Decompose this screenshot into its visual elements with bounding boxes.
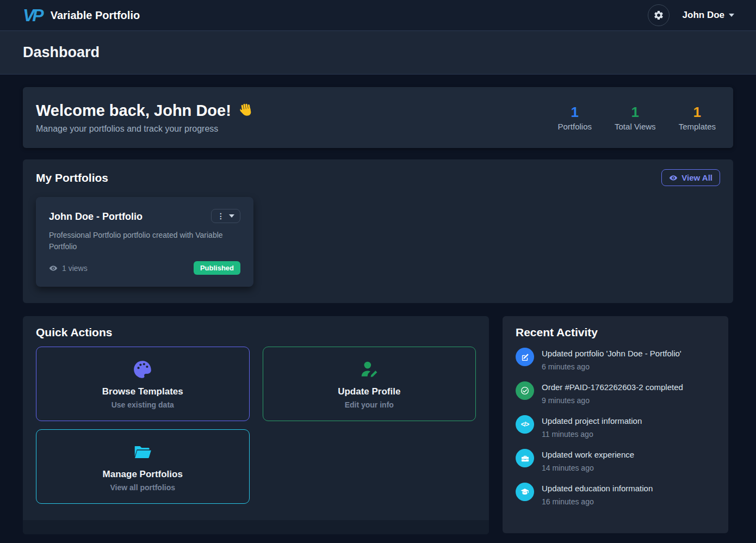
app-logo-icon: VP — [23, 7, 45, 24]
activity-time: 6 minutes ago — [542, 362, 681, 371]
user-name: John Doe — [683, 10, 724, 21]
recent-activity-title: Recent Activity — [516, 326, 715, 339]
portfolio-title: John Doe - Portfolio — [49, 209, 142, 223]
activity-list: Updated portfolio 'John Doe - Portfolio'… — [516, 348, 715, 506]
page-title: Dashboard — [23, 44, 100, 61]
welcome-subtitle: Manage your portfolios and track your pr… — [36, 124, 254, 134]
stat-templates: 1 Templates — [679, 104, 716, 131]
person-edit-icon — [359, 359, 380, 380]
view-all-button[interactable]: View All — [661, 169, 720, 186]
briefcase-icon — [516, 449, 534, 467]
activity-text: Updated project information — [542, 415, 642, 425]
page-header: Dashboard — [0, 31, 756, 75]
eye-icon — [669, 174, 678, 182]
code-icon: </> — [516, 415, 534, 434]
stat-total-views-value: 1 — [615, 104, 656, 121]
portfolio-views: 1 views — [49, 264, 88, 273]
folder-open-icon — [132, 442, 153, 462]
brand-name: Variable Portfolio — [51, 9, 140, 22]
palette-icon — [132, 359, 153, 380]
activity-time: 14 minutes ago — [542, 464, 634, 472]
navbar-right: John Doe — [648, 4, 734, 26]
gear-icon — [653, 10, 664, 21]
manage-portfolios-label: Manage Portfolios — [103, 469, 183, 480]
chevron-down-icon — [229, 214, 234, 218]
welcome-title: Welcome back, John Doe! — [36, 102, 231, 120]
stat-total-views-label: Total Views — [615, 122, 656, 131]
quick-actions-title: Quick Actions — [23, 326, 489, 339]
update-profile-sublabel: Edit your info — [345, 400, 394, 409]
eye-icon — [49, 264, 58, 273]
activity-time: 16 minutes ago — [542, 497, 653, 506]
stat-portfolios-label: Portfolios — [558, 122, 592, 131]
stat-templates-value: 1 — [679, 104, 716, 121]
activity-item: Updated education information 16 minutes… — [516, 483, 715, 506]
my-portfolios-panel: My Portfolios View All John Doe - Portfo… — [23, 159, 733, 303]
update-profile-button[interactable]: Update Profile Edit your info — [263, 347, 476, 421]
activity-item: Updated work experience 14 minutes ago — [516, 449, 715, 472]
main-content: Welcome back, John Doe! Manage your port… — [0, 75, 756, 534]
stat-templates-label: Templates — [679, 122, 716, 131]
chevron-down-icon — [729, 14, 734, 17]
activity-item: </> Updated project information 11 minut… — [516, 415, 715, 439]
graduation-cap-icon — [516, 483, 534, 501]
browse-templates-sublabel: Use existing data — [111, 400, 174, 409]
portfolio-card[interactable]: John Doe - Portfolio ⋮ Professional Port… — [36, 197, 253, 287]
navbar: VP Variable Portfolio John Doe — [0, 0, 756, 31]
quick-actions-grid: Browse Templates Use existing data Updat… — [23, 339, 489, 504]
brand[interactable]: VP Variable Portfolio — [23, 7, 140, 24]
stat-portfolios-value: 1 — [558, 104, 592, 121]
stats-row: 1 Portfolios 1 Total Views 1 Templates — [558, 104, 716, 131]
manage-portfolios-sublabel: View all portfolios — [110, 483, 175, 492]
activity-text: Order #PAID-1762262603-2 completed — [542, 381, 683, 392]
portfolio-menu-button[interactable]: ⋮ — [211, 209, 240, 223]
waving-hand-icon — [236, 101, 255, 120]
activity-time: 9 minutes ago — [542, 396, 683, 405]
status-badge: Published — [194, 261, 240, 275]
stat-total-views: 1 Total Views — [615, 104, 656, 131]
activity-text: Updated education information — [542, 483, 653, 493]
activity-text: Updated portfolio 'John Doe - Portfolio' — [542, 348, 681, 358]
my-portfolios-title: My Portfolios — [36, 171, 108, 184]
pencil-square-icon — [516, 348, 534, 366]
activity-time: 11 minutes ago — [542, 430, 642, 439]
kebab-icon: ⋮ — [217, 212, 225, 220]
manage-portfolios-button[interactable]: Manage Portfolios View all portfolios — [36, 429, 250, 504]
update-profile-label: Update Profile — [338, 386, 400, 397]
activity-item: Order #PAID-1762262603-2 completed 9 min… — [516, 381, 715, 405]
recent-activity-panel: Recent Activity Updated portfolio 'John … — [503, 316, 728, 533]
browse-templates-label: Browse Templates — [102, 386, 183, 397]
settings-button[interactable] — [648, 4, 670, 26]
activity-text: Updated work experience — [542, 449, 634, 459]
user-menu[interactable]: John Doe — [683, 10, 734, 21]
view-all-label: View All — [681, 173, 712, 182]
welcome-text: Welcome back, John Doe! Manage your port… — [36, 102, 254, 134]
browse-templates-button[interactable]: Browse Templates Use existing data — [36, 347, 250, 421]
activity-item: Updated portfolio 'John Doe - Portfolio'… — [516, 348, 715, 371]
quick-actions-footer — [23, 520, 489, 534]
check-circle-icon — [516, 381, 534, 400]
quick-actions-panel: Quick Actions Browse Templates Use exist… — [23, 316, 489, 534]
stat-portfolios: 1 Portfolios — [558, 104, 592, 131]
views-count: 1 views — [62, 264, 88, 273]
portfolio-description: Professional Portfolio portfolio created… — [49, 230, 228, 252]
welcome-card: Welcome back, John Doe! Manage your port… — [23, 87, 733, 148]
